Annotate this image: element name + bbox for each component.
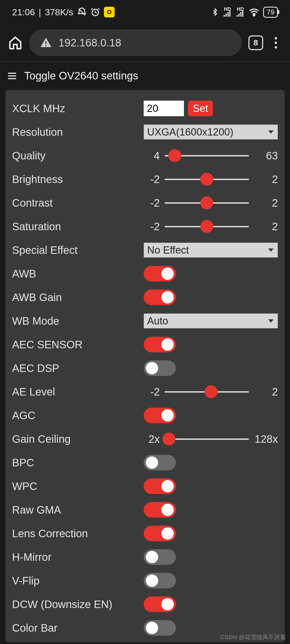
svg-point-2 [253,15,255,16]
row-saturation: Saturation -2 2 [12,215,278,238]
label-wpc: WPC [12,480,144,492]
dcw-toggle[interactable] [144,597,176,612]
bluetooth-icon [211,7,219,17]
label-dcw: DCW (Downsize EN) [12,598,144,610]
label-aec-sensor: AEC SENSOR [12,339,144,351]
row-xclk: XCLK MHz Set [12,97,278,120]
row-ae-level: AE Level -2 2 [12,380,278,404]
status-time: 21:06 [12,7,35,17]
label-raw-gma: Raw GMA [12,504,144,516]
url-text: 192.168.0.18 [59,37,121,49]
label-gain-ceiling: Gain Ceiling [12,433,144,445]
aec-sensor-toggle[interactable] [144,337,176,352]
svg-point-1 [107,10,111,14]
label-bpc: BPC [12,457,144,469]
label-h-mirror: H-Mirror [12,551,144,563]
svg-rect-3 [45,41,46,44]
label-saturation: Saturation [12,221,144,233]
xclk-input[interactable] [144,101,184,116]
home-icon[interactable] [8,35,23,50]
agc-toggle[interactable] [144,408,176,423]
row-agc: AGC [12,404,278,427]
camera-badge-icon [104,7,115,17]
row-raw-gma: Raw GMA [12,498,278,522]
row-aec-dsp: AEC DSP [12,356,278,380]
label-contrast: Contrast [12,197,144,209]
brightness-slider[interactable] [165,179,249,180]
ae-level-slider[interactable] [165,391,249,393]
row-brightness: Brightness -2 2 [12,167,278,191]
mute-icon [77,7,87,17]
gain-ceiling-slider[interactable] [165,438,249,440]
row-awb-gain: AWB Gain [12,286,278,309]
color-bar-toggle[interactable] [144,620,176,636]
special-effect-select[interactable]: No Effect [144,243,278,258]
settings-panel: XCLK MHz Set Resolution UXGA(1600x1200) … [5,90,285,642]
row-h-mirror: H-Mirror [12,545,278,569]
label-special-effect: Special Effect [12,244,144,256]
insecure-icon [40,37,52,49]
row-bpc: BPC [12,451,278,474]
label-v-flip: V-Flip [12,575,144,587]
v-flip-toggle[interactable] [144,573,176,588]
status-speed: 378K/s [45,7,73,17]
battery-indicator: 79 [263,7,278,18]
label-agc: AGC [12,409,144,422]
watermark: CSDN @花雪随风不厌看 [220,633,286,641]
page-title: Toggle OV2640 settings [24,70,138,82]
page-header[interactable]: Toggle OV2640 settings [0,62,290,90]
row-special-effect: Special Effect No Effect [12,238,278,262]
hamburger-icon[interactable] [7,71,17,81]
awb-gain-toggle[interactable] [144,290,176,305]
label-xclk: XCLK MHz [12,103,144,115]
saturation-slider[interactable] [165,226,249,227]
label-aec-dsp: AEC DSP [12,362,144,374]
label-resolution: Resolution [12,126,144,138]
label-lens-correction: Lens Correction [12,528,144,540]
row-quality: Quality 4 63 [12,144,278,167]
row-contrast: Contrast -2 2 [12,191,278,215]
status-bar: 21:06 | 378K/s HD HD 79 [0,0,290,24]
signal-2-icon: HD [236,7,245,17]
resolution-select[interactable]: UXGA(1600x1200) [144,125,278,140]
aec-dsp-toggle[interactable] [144,360,176,376]
label-color-bar: Color Bar [12,622,144,634]
browser-bar: 192.168.0.18 8 [0,24,290,62]
row-gain-ceiling: Gain Ceiling 2x 128x [12,427,278,451]
row-aec-sensor: AEC SENSOR [12,333,278,356]
alarm-icon [90,7,100,17]
label-awb-gain: AWB Gain [12,291,144,303]
menu-button[interactable] [270,37,282,49]
label-quality: Quality [12,150,144,162]
xclk-set-button[interactable]: Set [188,101,213,116]
label-brightness: Brightness [12,173,144,185]
url-bar[interactable]: 192.168.0.18 [29,29,242,56]
label-awb: AWB [12,268,144,280]
contrast-slider[interactable] [165,202,249,204]
row-v-flip: V-Flip [12,569,278,592]
signal-1-icon: HD [223,7,232,17]
wifi-icon [249,8,259,16]
bpc-toggle[interactable] [144,455,176,470]
row-resolution: Resolution UXGA(1600x1200) [12,120,278,144]
lens-correction-toggle[interactable] [144,526,176,541]
wpc-toggle[interactable] [144,478,176,494]
row-wpc: WPC [12,474,278,498]
raw-gma-toggle[interactable] [144,502,176,518]
label-ae-level: AE Level [12,386,144,398]
row-lens-correction: Lens Correction [12,522,278,545]
quality-slider[interactable] [165,155,249,156]
svg-rect-4 [45,45,46,46]
awb-toggle[interactable] [144,266,176,281]
label-wb-mode: WB Mode [12,315,144,327]
tab-count-button[interactable]: 8 [248,35,263,50]
row-awb: AWB [12,262,278,286]
row-dcw: DCW (Downsize EN) [12,592,278,616]
h-mirror-toggle[interactable] [144,549,176,565]
row-wb-mode: WB Mode Auto [12,309,278,333]
wb-mode-select[interactable]: Auto [144,313,278,328]
